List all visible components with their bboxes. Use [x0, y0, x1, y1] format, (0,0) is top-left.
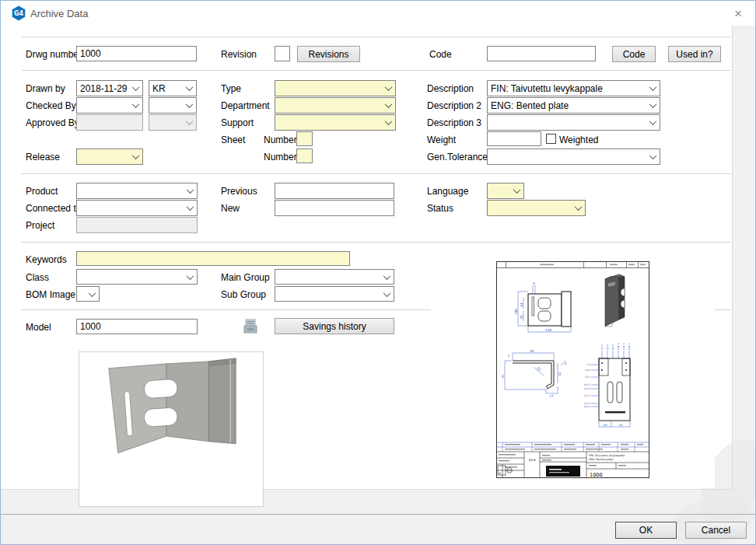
language-label: Language [427, 186, 468, 197]
sub-group-combo[interactable] [275, 286, 394, 302]
cancel-button[interactable]: Cancel [685, 522, 747, 539]
checked-initials-combo[interactable] [149, 97, 197, 114]
connected-to-combo[interactable] [76, 200, 198, 216]
description-combo[interactable]: FIN: Taivutettu levykappale [487, 80, 660, 96]
separator [22, 70, 730, 71]
product-combo[interactable] [76, 183, 198, 199]
keywords-input[interactable] [76, 251, 350, 266]
svg-text:111.9: 111.9 [583, 387, 590, 390]
svg-text:51.4: 51.4 [606, 344, 609, 350]
sheet-number2-input[interactable] [296, 148, 313, 163]
sub-group-label: Sub Group [221, 289, 266, 300]
window-title: Archive Data [30, 8, 88, 19]
previous-input[interactable] [275, 183, 394, 199]
svg-text:180: 180 [514, 309, 518, 315]
approved-date-field [76, 114, 143, 131]
release-label: Release [26, 152, 60, 162]
description-label: Description [427, 83, 474, 94]
svg-text:28: 28 [604, 423, 607, 427]
svg-text:101.4: 101.4 [617, 343, 620, 350]
main-group-label: Main Group [221, 272, 270, 283]
svg-text:28: 28 [520, 315, 523, 320]
svg-text:25.4: 25.4 [600, 344, 604, 350]
svg-text:146.2: 146.2 [628, 343, 631, 350]
gen-tolerances-combo[interactable] [487, 148, 660, 165]
model-label: Model [26, 322, 51, 333]
weighted-checkbox[interactable] [546, 134, 556, 144]
model-3d-preview [79, 352, 263, 506]
revisions-button[interactable]: Revisions [297, 46, 360, 62]
svg-text:82: 82 [530, 349, 534, 353]
chevron-down-icon [132, 83, 140, 91]
sheet-number-input[interactable] [296, 131, 313, 146]
svg-text:118: 118 [545, 328, 551, 332]
separator [22, 173, 730, 174]
separator [22, 242, 730, 243]
svg-text:10.6: 10.6 [529, 458, 536, 462]
close-icon[interactable]: × [730, 6, 746, 22]
ok-button[interactable]: OK [615, 522, 677, 539]
svg-text:2: 2 [508, 354, 510, 358]
chevron-down-icon [385, 117, 393, 125]
chevron-down-icon [385, 83, 393, 91]
drawn-initials-combo[interactable]: KR [149, 80, 197, 96]
chevron-down-icon [513, 186, 521, 194]
chevron-down-icon [385, 100, 393, 108]
svg-text:1000: 1000 [590, 472, 603, 478]
used-in-button[interactable]: Used in? [668, 46, 721, 62]
svg-text:6: 6 [533, 281, 535, 285]
status-combo[interactable] [487, 200, 586, 216]
title-bar: G4 Archive Data × [1, 1, 755, 26]
new-input[interactable] [275, 200, 394, 216]
sheet-label: Sheet [221, 135, 245, 145]
weight-input[interactable] [487, 131, 541, 146]
sheet-number-label: Number [264, 135, 297, 145]
printer-icon [242, 318, 259, 335]
main-group-combo[interactable] [275, 269, 394, 285]
keywords-label: Keywords [26, 254, 67, 265]
svg-text:121.4: 121.4 [622, 343, 625, 350]
class-label: Class [26, 272, 49, 283]
language-combo[interactable] [487, 183, 524, 199]
svg-text:191.2: 191.2 [583, 405, 590, 408]
weight-label: Weight [427, 135, 456, 145]
archive-data-dialog: G4 Archive Data × Drwg number 1000 Revis… [0, 0, 756, 545]
savings-history-button[interactable]: Savings history [275, 318, 394, 334]
checked-date-combo[interactable] [76, 97, 143, 114]
model-input[interactable]: 1000 [76, 319, 198, 334]
description3-label: Description 3 [427, 117, 481, 128]
status-label: Status [427, 203, 453, 214]
chevron-down-icon [383, 272, 391, 280]
chevron-down-icon [649, 117, 657, 125]
code-label: Code [429, 49, 452, 60]
drawn-date-value: 2018-11-29 [80, 83, 128, 94]
code-button[interactable]: Code [612, 46, 656, 62]
support-combo[interactable] [275, 114, 396, 131]
description3-combo[interactable] [487, 114, 660, 131]
chevron-down-icon [186, 83, 194, 91]
approved-initials-combo [149, 114, 197, 131]
chevron-down-icon [187, 186, 194, 194]
drawn-date-combo[interactable]: 2018-11-29 [76, 80, 143, 96]
department-combo[interactable] [275, 97, 396, 114]
description2-combo[interactable]: ENG: Bented plate [487, 97, 660, 114]
previous-label: Previous [221, 186, 257, 197]
project-field [76, 217, 198, 233]
code-input[interactable] [487, 46, 596, 61]
revision-input[interactable] [275, 46, 290, 61]
chevron-down-icon [186, 117, 194, 125]
department-label: Department [221, 100, 270, 111]
weighted-label: Weighted [559, 135, 598, 145]
project-label: Project [26, 220, 54, 231]
class-combo[interactable] [76, 269, 198, 285]
drwg-number-input[interactable]: 1000 [76, 46, 197, 61]
description2-label: Description 2 [427, 100, 481, 111]
drawn-initials-value: KR [152, 83, 166, 94]
bom-image-combo[interactable] [76, 286, 100, 302]
release-combo[interactable] [76, 148, 143, 165]
type-combo[interactable] [275, 80, 396, 96]
chevron-down-icon [132, 152, 140, 159]
chevron-down-icon [89, 289, 96, 297]
svg-text:52: 52 [558, 372, 562, 376]
svg-text:4: 4 [565, 362, 567, 365]
